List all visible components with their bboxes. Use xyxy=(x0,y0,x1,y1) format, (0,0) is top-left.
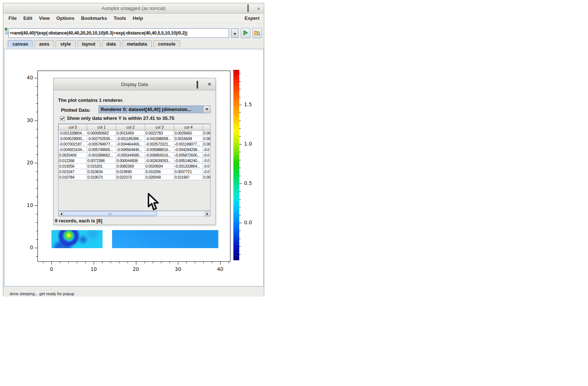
table-cell[interactable]: 0.012268 xyxy=(59,158,87,164)
table-cell[interactable]: 0.0037721 xyxy=(174,169,203,175)
table-cell[interactable]: -0.005749665... xyxy=(87,147,116,153)
table-cell[interactable]: -0.0 xyxy=(203,158,211,164)
table-cell[interactable]: -0.0 xyxy=(203,169,211,175)
menu-item-view[interactable]: View xyxy=(36,14,53,21)
menu-item-edit[interactable]: Edit xyxy=(20,14,36,21)
y-filter-checkbox[interactable] xyxy=(60,116,65,121)
table-cell[interactable]: 0.00 xyxy=(203,131,211,136)
table-cell[interactable]: -0.002752505... xyxy=(87,136,116,142)
y-axis-tick-label: 30 xyxy=(18,117,33,123)
tab-canvas[interactable]: canvas xyxy=(8,40,33,47)
table-cell[interactable]: 0.011997 xyxy=(174,175,203,180)
window-close-button[interactable]: × xyxy=(257,6,260,11)
window-titlebar[interactable]: Autoplot untagged (as tomcat) × xyxy=(3,3,264,14)
table-cell[interactable]: 0.00 xyxy=(203,175,211,180)
tab-axes[interactable]: axes xyxy=(34,40,54,47)
dialog-minimize-button[interactable] xyxy=(183,82,188,87)
dialog-maximize-button[interactable] xyxy=(195,82,200,87)
table-cell[interactable]: -4.041598058... xyxy=(145,136,174,142)
column-header[interactable]: col 3 xyxy=(145,124,174,131)
uri-input[interactable] xyxy=(8,28,229,38)
dialog-titlebar[interactable]: Display Data × xyxy=(54,78,215,90)
table-cell[interactable]: -0.001328804... xyxy=(59,131,87,136)
table-cell[interactable]: 0.0072386 xyxy=(87,158,116,164)
table-cell[interactable]: 0.0082369 xyxy=(116,164,145,169)
table-cell[interactable]: -0.001333864... xyxy=(174,164,203,169)
scrollbar-thumb[interactable] xyxy=(64,211,157,216)
table-cell[interactable]: -0.001199077... xyxy=(174,142,203,147)
table-cell[interactable]: -0.0 xyxy=(203,164,211,169)
window-maximize-button[interactable] xyxy=(247,5,249,12)
table-cell[interactable]: -0.007002187... xyxy=(59,142,87,147)
table-cell[interactable]: 0.010784 xyxy=(59,175,87,180)
uri-dropdown-button[interactable] xyxy=(231,28,239,38)
menu-item-tools[interactable]: Tools xyxy=(110,14,129,21)
table-cell[interactable]: -0.004294298... xyxy=(174,147,203,153)
column-header[interactable] xyxy=(203,124,211,131)
table-cell[interactable]: -0.002573321... xyxy=(145,142,174,147)
table-cell[interactable]: -0.005146240... xyxy=(174,158,203,164)
scroll-right-button[interactable] xyxy=(205,211,210,216)
column-header[interactable]: col 4 xyxy=(174,124,203,131)
table-cell[interactable]: 0.020049 xyxy=(145,175,174,180)
table-cell[interactable]: 0.023634 xyxy=(87,169,116,175)
table-cell[interactable]: -0.0 xyxy=(203,153,211,158)
plotted-data-combobox[interactable]: Renderer 0: dataset[40,40] (dimension... xyxy=(98,106,211,113)
menu-item-options[interactable]: Options xyxy=(53,14,78,21)
table-cell[interactable]: -0.005344580... xyxy=(116,153,145,158)
table-cell[interactable]: -0.002639263... xyxy=(145,158,174,164)
menu-item-file[interactable]: File xyxy=(5,14,20,21)
table-cell[interactable]: -0.005872606... xyxy=(174,153,203,158)
table-cell[interactable]: 0.000083662 xyxy=(87,131,116,136)
tab-style[interactable]: style xyxy=(55,40,76,47)
table-cell[interactable]: 0.019590 xyxy=(116,169,145,175)
datasource-type-icon[interactable] xyxy=(5,28,8,35)
table-cell[interactable]: -0.004921634... xyxy=(59,147,87,153)
table-cell[interactable]: 0.0029934 xyxy=(145,164,174,169)
table-cell[interactable]: 0.010256 xyxy=(145,169,174,175)
menu-item-bookmarks[interactable]: Bookmarks xyxy=(78,14,110,21)
table-cell[interactable]: 0.015201 xyxy=(87,164,116,169)
table-cell[interactable]: 0.0015459 xyxy=(116,131,145,136)
menu-item-help[interactable]: Help xyxy=(129,14,146,21)
table-cell[interactable]: 0.0022783 xyxy=(145,131,174,136)
table-cell[interactable]: -0.001185396... xyxy=(116,136,145,142)
go-button[interactable] xyxy=(241,28,250,38)
tab-console[interactable]: console xyxy=(153,40,180,47)
table-cell[interactable]: -0.004464469... xyxy=(116,142,145,147)
table-cell[interactable]: 0.019256 xyxy=(59,164,87,169)
dialog-close-button[interactable]: × xyxy=(207,82,212,87)
column-header[interactable]: col 0 xyxy=(59,124,87,131)
tab-data[interactable]: data xyxy=(102,40,121,47)
table-cell[interactable]: 0.00 xyxy=(203,142,211,147)
y-axis-tick-label: 20 xyxy=(18,160,33,165)
table-horizontal-scrollbar[interactable] xyxy=(58,211,211,217)
inspect-uri-button[interactable] xyxy=(252,28,262,38)
table-cell[interactable]: -0.006859316... xyxy=(145,153,174,158)
table-cell[interactable]: -0.006564946... xyxy=(116,147,145,153)
column-header[interactable]: col 1 xyxy=(87,124,116,131)
menu-expert[interactable]: Expert xyxy=(245,15,259,21)
plot-canvas[interactable]: 0102030400102030400.00.51.01.5 Display D… xyxy=(4,49,264,286)
table-cell[interactable]: 0.0025660 xyxy=(174,131,203,136)
column-header[interactable]: col 2 xyxy=(116,124,145,131)
table-cell[interactable]: 0.0025409 xyxy=(59,153,87,158)
table-cell[interactable]: -0.005784977... xyxy=(87,142,116,147)
tab-metadata[interactable]: metadata xyxy=(122,40,152,47)
combobox-arrow[interactable] xyxy=(203,106,210,113)
x-axis-minor-tick xyxy=(77,262,77,263)
table-cell[interactable]: 0.022373 xyxy=(116,175,145,180)
grip-icon xyxy=(109,213,112,215)
table-cell[interactable]: 0.0016608 xyxy=(174,136,203,142)
table-cell[interactable]: -0.004529800... xyxy=(59,136,87,142)
table-cell[interactable]: 0.000044839 xyxy=(116,158,145,164)
table-cell[interactable]: 0.021047 xyxy=(59,169,87,175)
table-cell[interactable]: -0.0 xyxy=(203,147,211,153)
table-cell[interactable]: -0.005988016... xyxy=(145,147,174,153)
tab-layout[interactable]: layout xyxy=(77,40,100,47)
table-cell[interactable]: -0.001689662... xyxy=(87,153,116,158)
scroll-left-button[interactable] xyxy=(58,211,64,216)
table-cell[interactable]: 0.019573 xyxy=(87,175,116,180)
table-cell[interactable]: 0.00 xyxy=(203,136,211,142)
heatmap-patch-left xyxy=(51,230,103,248)
